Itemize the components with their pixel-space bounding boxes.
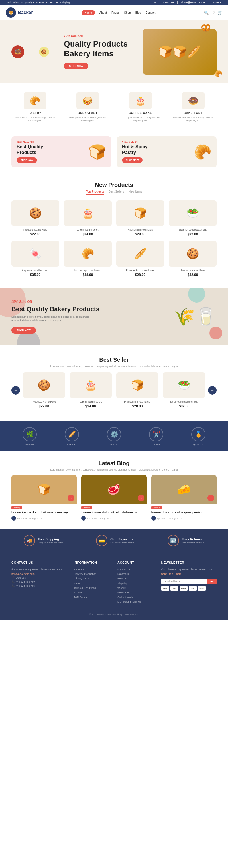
product-card[interactable]: 🍪 Products Name Here $22.00 xyxy=(11,200,59,236)
blog-card[interactable]: 🥩 → Bakery Lorem ipsum dolor sit, elit, … xyxy=(81,475,147,521)
bs-product-card[interactable]: 🍞 Praesentum reto natus. $28.00 xyxy=(116,372,158,408)
sale-banner-title-2: Hot & SpicyPastry xyxy=(122,144,148,155)
nav-blog[interactable]: Blog xyxy=(136,11,141,14)
hero-sale-text: 70% Sale Off xyxy=(64,34,128,37)
blog-title-2: Lorem ipsum dolor sit, elit, dolores is. xyxy=(81,510,147,514)
footer-newsletter-link[interactable]: Send Us a Email! xyxy=(161,572,217,576)
footer-newsletter-title: NEWSLETTER xyxy=(161,561,217,564)
product-card[interactable]: 🥐 Mod excepturi ut lorem. $38.00 xyxy=(64,241,112,277)
nav-shop[interactable]: Shop xyxy=(124,11,130,14)
footer-info-link[interactable]: About us xyxy=(74,567,111,572)
best-quality-shop-now-button[interactable]: SHOP NOW xyxy=(11,327,36,334)
blog-card[interactable]: 🍞 → Bakery Lorem ipsum dolorit sit amet … xyxy=(11,475,77,521)
blog-arrow-icon: → xyxy=(138,495,145,501)
phone-icon-1: 📞 xyxy=(11,580,14,583)
category-coffee-cake[interactable]: 🎂 COFFEE CAKE Lorem ipsum dolor sit amet… xyxy=(117,92,164,122)
product-card[interactable]: 🥖 Provident odio, are triste. $28.00 xyxy=(116,241,164,277)
new-products-section: New Products Top Products Best Sellers N… xyxy=(0,173,228,285)
bakery-icon: 🥖 xyxy=(65,427,79,441)
returns-desc: Your Health Cauliflous xyxy=(182,541,204,544)
blog-title-3: harum dolorum culpa quas peniam. xyxy=(151,510,217,514)
tab-best-sellers[interactable]: Best Sellers xyxy=(109,190,124,194)
hero-shop-now-button[interactable]: SHOP NOW xyxy=(64,63,88,69)
footer-account-link[interactable]: No orders xyxy=(117,572,154,576)
hero-title: Quality Products Bakery Items xyxy=(64,39,128,58)
newsletter-email-input[interactable] xyxy=(161,579,207,584)
product-card[interactable]: 🍬 Atque sarum allam non. $35.00 xyxy=(11,241,59,277)
sale-banner-pct-1: 70% Sale Off xyxy=(16,141,43,144)
features-bar: 🌿 FRESH 🥖 BAKERY ⚙️ MILLS ✂️ CRAFT 🏅 QUA… xyxy=(0,422,228,452)
nav-pages[interactable]: Pages xyxy=(111,11,119,14)
footer-info-link[interactable]: Terms & Conditions xyxy=(74,586,111,590)
shipping-icon: 🚚 xyxy=(24,535,35,546)
product-card[interactable]: 🍞 Praesentum reto natus. $28.00 xyxy=(116,200,164,236)
nav-icons: 🔍 ♡ 🛒 xyxy=(204,10,222,15)
cart-icon[interactable]: 🛒 xyxy=(218,10,222,15)
tab-top-products[interactable]: Top Products xyxy=(86,190,104,194)
footer-contact-email[interactable]: hello@example.com xyxy=(11,572,67,576)
product-img: 🍬 xyxy=(11,241,59,267)
category-pastry[interactable]: 🥐 PASTRY Lorem ipsum dolor sit ameteigt … xyxy=(11,92,59,122)
product-name: Atque sarum allam non. xyxy=(11,269,59,272)
nav-about[interactable]: About xyxy=(100,11,107,14)
product-card[interactable]: 🎂 Lorem, ipsum dolor. $24.00 xyxy=(64,200,112,236)
product-card[interactable]: 🥗 Sit amet consectetur elit. $32.00 xyxy=(169,200,217,236)
footer-newsletter-col: NEWSLETTER If you have any question plea… xyxy=(161,561,217,604)
search-icon[interactable]: 🔍 xyxy=(204,10,208,15)
sale-banner-btn-1[interactable]: SHOP NOW xyxy=(16,157,37,163)
footer-info-link[interactable]: Sales xyxy=(74,581,111,586)
product-card[interactable]: 🍪 Products Name Here $32.00 xyxy=(169,241,217,277)
bs-product-card[interactable]: 🥗 Sit amet consectetur elit. $32.00 xyxy=(163,372,205,408)
footer-account-link[interactable]: My account xyxy=(117,567,154,572)
category-bake-tost[interactable]: 🍩 BAKE TOST Lorem ipsum dolor sit ametei… xyxy=(169,92,217,122)
footer-account-title: ACCOUNT xyxy=(117,561,154,564)
newsletter-submit-button[interactable]: OK xyxy=(207,579,217,584)
best-quality-desc: Lorem ipsum dolor sit amet, consectetur … xyxy=(11,315,97,323)
bs-product-img: 🥗 xyxy=(163,372,205,398)
heart-icon[interactable]: ♡ xyxy=(212,10,215,15)
footer-account-link[interactable]: Wishlist xyxy=(117,586,154,590)
blog-date-2: 22 Aug, 2021 xyxy=(98,517,112,520)
blog-card[interactable]: 🧀 → Bakery harum dolorum culpa quas peni… xyxy=(151,475,217,521)
nav-home[interactable]: Home xyxy=(81,10,95,16)
footer-account-link[interactable]: Returms xyxy=(117,576,154,581)
footer-account-col: ACCOUNT My account No orders Returms Shi… xyxy=(117,561,154,604)
footer-info-link[interactable]: Sitemap xyxy=(74,590,111,595)
sale-banner-left-text: 70% Sale Off Best QualityProducts SHOP N… xyxy=(16,141,43,162)
top-bar-account[interactable]: Account xyxy=(213,1,222,4)
blog-arrow-icon: → xyxy=(68,495,74,501)
footer-main: CONTACT US If you have any question plea… xyxy=(0,552,228,620)
logo-icon: 🥯 xyxy=(6,7,16,18)
slider-next-button[interactable]: → xyxy=(208,386,217,395)
footer-account-link[interactable]: Newsletter xyxy=(117,590,154,595)
sale-banner-hot-spicy: 25% Sale Off Hot & SpicyPastry SHOP NOW … xyxy=(117,136,217,167)
bs-product-card[interactable]: 🍪 Products Name Here $22.00 xyxy=(23,372,65,408)
footer-account-link[interactable]: Order It Work xyxy=(117,595,154,599)
footer-info-link[interactable]: Privacy Policy xyxy=(74,576,111,581)
hero-bread-image: 🍞🍞🥖 xyxy=(143,29,217,74)
sale-banner-btn-2[interactable]: SHOP NOW xyxy=(122,157,143,163)
visa-icon: VISA xyxy=(161,586,169,591)
slider-prev-button[interactable]: ← xyxy=(11,386,20,395)
top-bar: World Wide Completely Free Returns and F… xyxy=(0,0,228,5)
floaty-macaron: 🥐 xyxy=(215,70,222,78)
product-price: $28.00 xyxy=(116,232,164,236)
blog-badge-2: Bakery xyxy=(81,506,92,509)
nav-contact[interactable]: Contact xyxy=(146,11,155,14)
footer-info-link[interactable]: Delivery information xyxy=(74,572,111,576)
blog-badge-3: Bakery xyxy=(151,506,162,509)
location-icon: 📍 xyxy=(11,576,14,579)
logo[interactable]: 🥯 Backer xyxy=(6,7,33,18)
blog-title-1: Lorem ipsum dolorit sit amet consvey. xyxy=(11,510,77,514)
blog-arrow-icon: → xyxy=(207,495,214,501)
footer-account-link[interactable]: Shipping xyxy=(117,581,154,586)
footer-info-link[interactable]: T&R Parsent xyxy=(74,595,111,599)
returns-title: Easy Returns xyxy=(182,537,204,541)
bs-product-card[interactable]: 🎂 Lorem, ipsum dolor. $24.00 xyxy=(70,372,112,408)
category-breakfast[interactable]: 🥪 BREAKFAST Lorem ipsum dolor sit ametei… xyxy=(64,92,111,122)
best-seller-desc: Lorem ipsum dolor sit amet, consectetur … xyxy=(11,365,217,368)
tab-new-items[interactable]: New Items xyxy=(128,190,142,194)
fresh-label: FRESH xyxy=(23,443,37,446)
footer-account-link[interactable]: Membership Sign Up xyxy=(117,599,154,604)
blog-title: Latest Blog xyxy=(11,460,217,467)
